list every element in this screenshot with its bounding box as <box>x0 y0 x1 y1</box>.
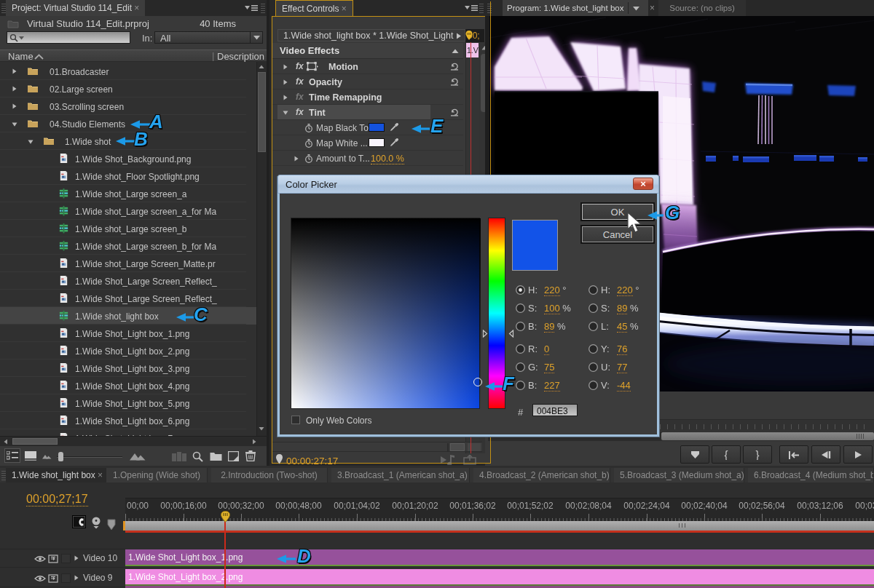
svg-text:}: } <box>755 450 759 460</box>
svg-text:{: { <box>724 450 728 460</box>
